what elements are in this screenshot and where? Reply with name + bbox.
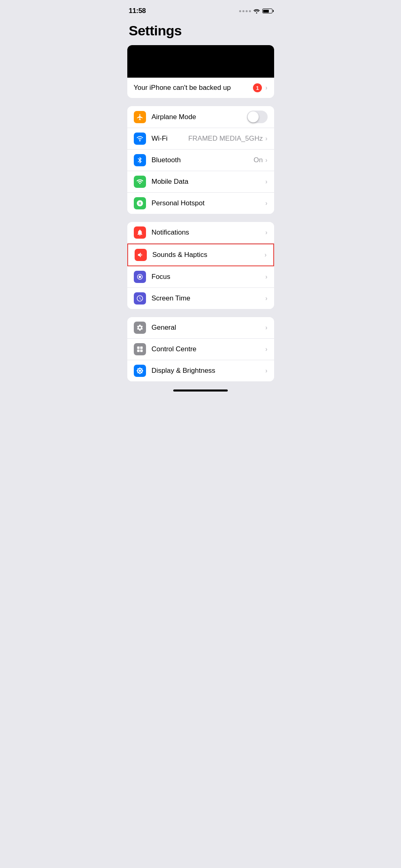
- control-centre-label: Control Centre: [152, 345, 266, 353]
- svg-rect-0: [137, 346, 139, 349]
- sounds-haptics-label: Sounds & Haptics: [153, 251, 265, 259]
- screen-time-row[interactable]: Screen Time ›: [127, 288, 274, 309]
- home-indicator: [173, 389, 228, 392]
- wifi-label: Wi-Fi: [152, 135, 188, 143]
- bluetooth-value: On: [253, 156, 263, 164]
- sounds-haptics-row[interactable]: Sounds & Haptics ›: [127, 244, 274, 266]
- svg-rect-3: [140, 350, 142, 352]
- status-bar: 11:58: [121, 0, 281, 20]
- notification-section: Notifications › Sounds & Haptics › Focus…: [127, 222, 274, 309]
- focus-label: Focus: [152, 273, 266, 281]
- control-centre-chevron: ›: [265, 346, 267, 353]
- backup-card: Your iPhone can't be backed up 1 ›: [127, 45, 274, 98]
- sounds-haptics-chevron: ›: [264, 251, 266, 259]
- general-chevron: ›: [265, 324, 267, 331]
- display-brightness-label: Display & Brightness: [152, 367, 266, 375]
- backup-message: Your iPhone can't be backed up: [134, 84, 231, 92]
- page-title: Settings: [121, 20, 281, 45]
- personal-hotspot-row[interactable]: Personal Hotspot ›: [127, 193, 274, 214]
- focus-icon: [134, 271, 146, 283]
- backup-row[interactable]: Your iPhone can't be backed up 1 ›: [127, 78, 274, 98]
- profile-image: [127, 45, 274, 78]
- bluetooth-label: Bluetooth: [152, 156, 254, 164]
- control-centre-row[interactable]: Control Centre ›: [127, 339, 274, 360]
- signal-icon: [239, 10, 251, 12]
- wifi-settings-icon: [134, 133, 146, 145]
- bluetooth-row[interactable]: Bluetooth On ›: [127, 150, 274, 171]
- mobile-data-row[interactable]: Mobile Data ›: [127, 171, 274, 193]
- general-section: General › Control Centre › Display & Bri…: [127, 317, 274, 381]
- display-brightness-row[interactable]: Display & Brightness ›: [127, 360, 274, 381]
- svg-rect-1: [140, 346, 142, 349]
- airplane-mode-row[interactable]: Airplane Mode: [127, 106, 274, 128]
- display-brightness-chevron: ›: [265, 367, 267, 374]
- battery-icon: [262, 9, 272, 13]
- wifi-row[interactable]: Wi-Fi FRAMED MEDIA_5GHz ›: [127, 128, 274, 150]
- mobile-data-chevron: ›: [265, 178, 267, 185]
- focus-row[interactable]: Focus ›: [127, 266, 274, 288]
- svg-rect-2: [137, 350, 139, 352]
- display-brightness-icon: [134, 365, 146, 377]
- status-icons: [239, 9, 272, 13]
- backup-chevron: ›: [265, 84, 267, 91]
- general-icon: [134, 322, 146, 334]
- notifications-icon: [134, 226, 146, 239]
- wifi-chevron: ›: [265, 135, 267, 142]
- airplane-mode-icon: [134, 111, 146, 123]
- focus-chevron: ›: [265, 273, 267, 281]
- personal-hotspot-icon: [134, 197, 146, 209]
- airplane-mode-label: Airplane Mode: [152, 113, 247, 121]
- bluetooth-chevron: ›: [265, 157, 267, 164]
- personal-hotspot-label: Personal Hotspot: [152, 199, 266, 207]
- general-row[interactable]: General ›: [127, 317, 274, 339]
- mobile-data-label: Mobile Data: [152, 178, 266, 186]
- screen-time-chevron: ›: [265, 295, 267, 302]
- sounds-haptics-icon: [135, 249, 147, 261]
- wifi-icon: [253, 9, 260, 13]
- notifications-label: Notifications: [152, 228, 266, 237]
- general-label: General: [152, 324, 266, 332]
- airplane-mode-toggle[interactable]: [247, 111, 268, 123]
- connectivity-section: Airplane Mode Wi-Fi FRAMED MEDIA_5GHz › …: [127, 106, 274, 214]
- mobile-data-icon: [134, 176, 146, 188]
- screen-time-icon: [134, 292, 146, 305]
- notifications-row[interactable]: Notifications ›: [127, 222, 274, 244]
- bluetooth-icon: [134, 154, 146, 166]
- personal-hotspot-chevron: ›: [265, 200, 267, 207]
- screen-time-label: Screen Time: [152, 294, 266, 302]
- status-time: 11:58: [129, 7, 146, 15]
- backup-badge: 1: [253, 83, 262, 92]
- wifi-value: FRAMED MEDIA_5GHz: [188, 135, 263, 143]
- notifications-chevron: ›: [265, 229, 267, 236]
- control-centre-icon: [134, 343, 146, 355]
